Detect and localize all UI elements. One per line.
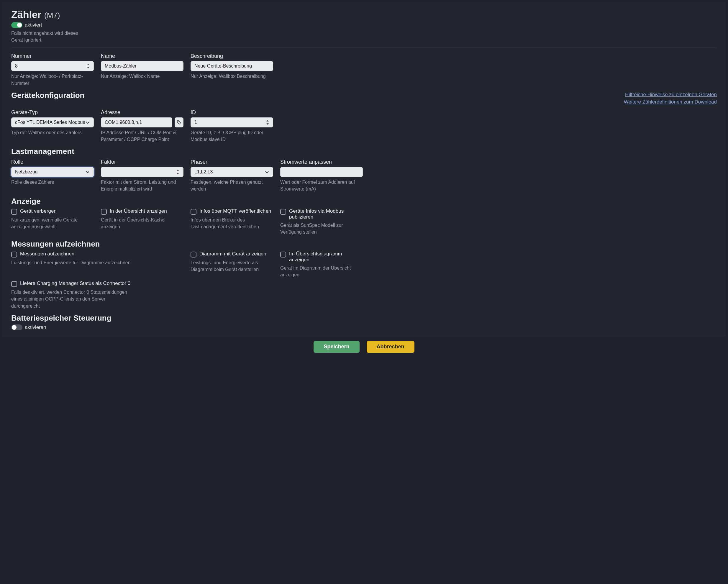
id-help: Geräte ID, z.B. OCPP plug ID oder Modbus… [190,129,273,143]
device-settings-panel: Zähler (M7) aktiviert Falls nicht angeha… [2,2,726,337]
svg-point-0 [178,121,179,122]
address-tag-button[interactable] [175,117,183,127]
role-label: Rolle [11,159,94,165]
factor-label: Faktor [101,159,183,165]
stepper-icon [86,63,90,69]
overview-diagram-help: Gerät im Diagramm der Übersicht anzeigen [280,265,363,278]
factor-help: Faktor mit dem Strom, Leistung und Energ… [101,179,183,192]
chevron-down-icon [85,169,90,174]
device-type-select[interactable]: cFos YTL DEM4A Series Modbus [11,117,94,127]
battery-activate-toggle[interactable] [11,324,22,330]
connector0-label: Liefere Charging Manager Status als Conn… [20,281,130,286]
divider [11,48,717,48]
record-label: Messungen aufzeichnen [20,251,74,257]
phases-help: Festlegen, welche Phasen genutzt werden [190,179,273,192]
adjust-help: Wert oder Formel zum Addieren auf Stromw… [280,179,363,192]
mqtt-publish-help: Infos über den Broker des Lastmanagement… [190,216,273,230]
phases-label: Phasen [190,159,273,165]
role-help: Rolle dieses Zählers [11,179,94,186]
role-select[interactable]: Netzbezug [11,167,94,177]
desc-help: Nur Anzeige: Wallbox Beschreibung [190,73,273,80]
link-meter-defs[interactable]: Weitere Zählerdefinitionen zum Download [624,99,717,105]
connector0-checkbox[interactable] [11,281,17,287]
chevron-down-icon [85,120,90,125]
record-help: Leistungs- und Energiewerte für Diagramm… [11,259,183,266]
hide-device-label: Gerät verbergen [20,208,57,214]
stepper-icon [266,120,269,125]
cancel-button[interactable]: Abbrechen [367,341,414,353]
panel-title: Zähler [11,9,41,20]
desc-input[interactable] [190,61,273,71]
number-help: Nur Anzeige: Wallbox- / Parkplatz-Nummer [11,73,94,86]
mqtt-publish-checkbox[interactable] [190,209,197,215]
overview-diagram-checkbox[interactable] [280,251,286,258]
recordings-heading: Messungen aufzeichnen [11,239,717,249]
modbus-publish-help: Gerät als SunSpec Modell zur Verfügung s… [280,222,363,235]
save-button[interactable]: Speichern [314,341,359,353]
panel-title-row: Zähler (M7) [11,9,717,20]
enabled-toggle[interactable] [11,22,22,28]
id-label: ID [190,109,273,116]
device-type-help: Typ der Wallbox oder des Zählers [11,129,94,136]
address-help: IP Adresse:Port / URL / COM Port & Param… [101,129,183,143]
enabled-help: Falls nicht angehakt wird dieses Gerät i… [11,30,88,43]
adjust-label: Stromwerte anpassen [280,159,363,165]
id-stepper[interactable]: 1 [190,117,273,127]
address-label: Adresse [101,109,183,116]
device-type-label: Geräte-Typ [11,109,94,116]
show-overview-label: In der Übersicht anzeigen [110,208,167,214]
tag-icon [177,120,181,125]
mqtt-publish-label: Infos über MQTT veröffentlichen [200,208,271,214]
battery-activate-label: aktivieren [25,324,46,330]
chevron-down-icon [265,169,269,174]
battery-heading: Batteriespeicher Steuerung [11,314,717,323]
record-checkbox[interactable] [11,251,17,258]
hide-device-help: Nur anzeigen, wenn alle Geräte anzeigen … [11,216,94,230]
number-label: Nummer [11,53,94,59]
desc-label: Beschreibung [190,53,273,59]
enabled-label: aktiviert [25,22,42,28]
stepper-icon [176,169,180,175]
modbus-publish-checkbox[interactable] [280,209,286,215]
connector0-help: Falls deaktiviert, werden Connector 0 St… [11,289,129,310]
factor-stepper[interactable] [101,167,183,177]
load-mgmt-heading: Lastmanagement [11,147,717,156]
diagram-checkbox[interactable] [190,251,197,258]
diagram-help: Leistungs- und Energiewerte als Diagramm… [190,259,273,273]
diagram-label: Diagramm mit Gerät anzeigen [200,251,266,257]
device-config-heading: Gerätekonfiguration [11,91,84,100]
name-help: Nur Anzeige: Wallbox Name [101,73,183,80]
link-device-hints[interactable]: Hilfreiche Hinweise zu einzelnen Geräten [625,92,717,97]
name-label: Name [101,53,183,59]
show-overview-help: Gerät in der Übersichts-Kachel anzeigen [101,216,183,230]
help-links: Hilfreiche Hinweise zu einzelnen Geräten… [624,91,717,106]
name-input[interactable] [101,61,183,71]
panel-title-suffix: (M7) [44,11,60,20]
show-overview-checkbox[interactable] [101,209,107,215]
address-input[interactable] [101,117,172,127]
overview-diagram-label: Im Übersichtsdiagramm anzeigen [289,251,363,263]
hide-device-checkbox[interactable] [11,209,17,215]
display-heading: Anzeige [11,197,717,206]
footer: Speichern Abbrechen [0,337,728,359]
modbus-publish-label: Geräte Infos via Modbus publizieren [289,208,363,220]
adjust-input[interactable] [280,167,363,177]
phases-select[interactable]: L1,L2,L3 [190,167,273,177]
number-stepper[interactable]: 8 [11,61,94,71]
